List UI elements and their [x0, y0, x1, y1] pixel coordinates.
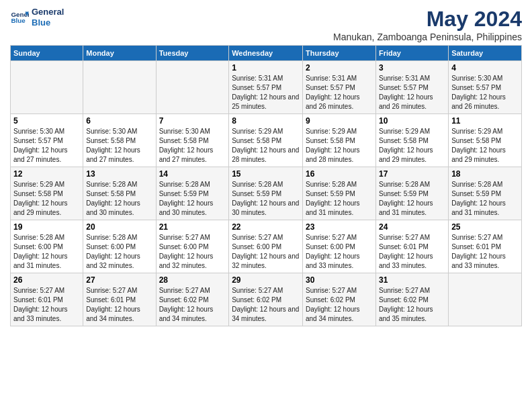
calendar-cell: 1Sunrise: 5:31 AM Sunset: 5:57 PM Daylig… — [229, 61, 303, 114]
calendar-table: SundayMondayTuesdayWednesdayThursdayFrid… — [10, 45, 522, 326]
day-number: 21 — [159, 222, 226, 232]
day-number: 26 — [13, 275, 80, 285]
calendar-cell: 6Sunrise: 5:30 AM Sunset: 5:58 PM Daylig… — [83, 114, 156, 167]
day-number: 29 — [232, 275, 300, 285]
day-info: Sunrise: 5:30 AM Sunset: 5:57 PM Dayligh… — [13, 127, 80, 165]
calendar-cell: 13Sunrise: 5:28 AM Sunset: 5:58 PM Dayli… — [83, 167, 156, 220]
calendar-cell: 23Sunrise: 5:27 AM Sunset: 6:00 PM Dayli… — [303, 220, 376, 273]
day-number: 1 — [232, 63, 300, 73]
calendar-cell: 27Sunrise: 5:27 AM Sunset: 6:01 PM Dayli… — [83, 273, 156, 326]
day-info: Sunrise: 5:29 AM Sunset: 5:58 PM Dayligh… — [379, 127, 445, 165]
day-number: 4 — [451, 63, 519, 73]
day-header-tuesday: Tuesday — [156, 46, 229, 61]
calendar-week-row: 5Sunrise: 5:30 AM Sunset: 5:57 PM Daylig… — [11, 114, 522, 167]
day-header-sunday: Sunday — [11, 46, 83, 61]
calendar-cell: 4Sunrise: 5:30 AM Sunset: 5:57 PM Daylig… — [449, 61, 522, 114]
calendar-week-row: 19Sunrise: 5:28 AM Sunset: 6:00 PM Dayli… — [11, 220, 522, 273]
calendar-week-row: 26Sunrise: 5:27 AM Sunset: 6:01 PM Dayli… — [11, 273, 522, 326]
day-info: Sunrise: 5:28 AM Sunset: 6:00 PM Dayligh… — [86, 233, 152, 271]
calendar-cell: 14Sunrise: 5:28 AM Sunset: 5:59 PM Dayli… — [156, 167, 229, 220]
day-number: 2 — [306, 63, 373, 73]
day-info: Sunrise: 5:27 AM Sunset: 6:02 PM Dayligh… — [306, 286, 373, 324]
day-number: 6 — [86, 116, 152, 126]
day-number: 10 — [379, 116, 445, 126]
day-info: Sunrise: 5:30 AM Sunset: 5:58 PM Dayligh… — [159, 127, 226, 165]
day-info: Sunrise: 5:27 AM Sunset: 6:00 PM Dayligh… — [159, 233, 226, 271]
day-info: Sunrise: 5:29 AM Sunset: 5:58 PM Dayligh… — [232, 127, 300, 165]
day-info: Sunrise: 5:29 AM Sunset: 5:58 PM Dayligh… — [451, 127, 519, 165]
subtitle: Manukan, Zamboanga Peninsula, Philippine… — [333, 32, 522, 42]
calendar-cell — [11, 61, 83, 114]
day-info: Sunrise: 5:27 AM Sunset: 6:01 PM Dayligh… — [13, 286, 80, 324]
calendar-cell: 12Sunrise: 5:29 AM Sunset: 5:58 PM Dayli… — [11, 167, 83, 220]
day-info: Sunrise: 5:27 AM Sunset: 6:01 PM Dayligh… — [379, 233, 445, 271]
calendar-cell: 21Sunrise: 5:27 AM Sunset: 6:00 PM Dayli… — [156, 220, 229, 273]
calendar-cell — [449, 273, 522, 326]
day-number: 9 — [306, 116, 373, 126]
day-number: 7 — [159, 116, 226, 126]
calendar-cell: 16Sunrise: 5:28 AM Sunset: 5:59 PM Dayli… — [303, 167, 376, 220]
day-info: Sunrise: 5:28 AM Sunset: 5:59 PM Dayligh… — [159, 180, 226, 218]
day-info: Sunrise: 5:28 AM Sunset: 5:59 PM Dayligh… — [232, 180, 300, 218]
svg-text:Blue: Blue — [11, 17, 26, 24]
day-number: 23 — [306, 222, 373, 232]
day-info: Sunrise: 5:27 AM Sunset: 6:01 PM Dayligh… — [451, 233, 519, 271]
day-info: Sunrise: 5:30 AM Sunset: 5:58 PM Dayligh… — [86, 127, 152, 165]
calendar-cell — [156, 61, 229, 114]
logo-text: General Blue — [32, 7, 64, 28]
calendar-cell: 20Sunrise: 5:28 AM Sunset: 6:00 PM Dayli… — [83, 220, 156, 273]
day-info: Sunrise: 5:27 AM Sunset: 6:02 PM Dayligh… — [159, 286, 226, 324]
day-number: 15 — [232, 169, 300, 179]
day-number: 3 — [379, 63, 445, 73]
day-info: Sunrise: 5:28 AM Sunset: 5:59 PM Dayligh… — [306, 180, 373, 218]
calendar-cell — [83, 61, 156, 114]
calendar-cell: 11Sunrise: 5:29 AM Sunset: 5:58 PM Dayli… — [449, 114, 522, 167]
main-title: May 2024 — [333, 7, 522, 32]
calendar-cell: 31Sunrise: 5:27 AM Sunset: 6:02 PM Dayli… — [375, 273, 448, 326]
day-number: 5 — [13, 116, 80, 126]
calendar-cell: 24Sunrise: 5:27 AM Sunset: 6:01 PM Dayli… — [375, 220, 448, 273]
day-info: Sunrise: 5:30 AM Sunset: 5:57 PM Dayligh… — [451, 74, 519, 111]
calendar-cell: 3Sunrise: 5:31 AM Sunset: 5:57 PM Daylig… — [375, 61, 448, 114]
calendar-cell: 8Sunrise: 5:29 AM Sunset: 5:58 PM Daylig… — [229, 114, 303, 167]
calendar-cell: 19Sunrise: 5:28 AM Sunset: 6:00 PM Dayli… — [11, 220, 83, 273]
day-header-friday: Friday — [375, 46, 448, 61]
day-info: Sunrise: 5:28 AM Sunset: 5:59 PM Dayligh… — [451, 180, 519, 218]
calendar-cell: 25Sunrise: 5:27 AM Sunset: 6:01 PM Dayli… — [449, 220, 522, 273]
day-number: 14 — [159, 169, 226, 179]
logo-icon: General Blue — [10, 8, 29, 27]
day-number: 27 — [86, 275, 152, 285]
day-number: 8 — [232, 116, 300, 126]
calendar-cell: 2Sunrise: 5:31 AM Sunset: 5:57 PM Daylig… — [303, 61, 376, 114]
day-number: 25 — [451, 222, 519, 232]
calendar-cell: 29Sunrise: 5:27 AM Sunset: 6:02 PM Dayli… — [229, 273, 303, 326]
day-info: Sunrise: 5:28 AM Sunset: 5:58 PM Dayligh… — [86, 180, 152, 218]
calendar-cell: 5Sunrise: 5:30 AM Sunset: 5:57 PM Daylig… — [11, 114, 83, 167]
day-header-wednesday: Wednesday — [229, 46, 303, 61]
calendar-cell: 22Sunrise: 5:27 AM Sunset: 6:00 PM Dayli… — [229, 220, 303, 273]
day-info: Sunrise: 5:27 AM Sunset: 6:00 PM Dayligh… — [232, 233, 300, 271]
day-number: 12 — [13, 169, 80, 179]
day-info: Sunrise: 5:27 AM Sunset: 6:02 PM Dayligh… — [379, 286, 445, 324]
day-number: 20 — [86, 222, 152, 232]
day-number: 22 — [232, 222, 300, 232]
day-number: 28 — [159, 275, 226, 285]
day-header-monday: Monday — [83, 46, 156, 61]
calendar-cell: 30Sunrise: 5:27 AM Sunset: 6:02 PM Dayli… — [303, 273, 376, 326]
title-block: May 2024 Manukan, Zamboanga Peninsula, P… — [333, 7, 522, 42]
calendar-cell: 10Sunrise: 5:29 AM Sunset: 5:58 PM Dayli… — [375, 114, 448, 167]
day-info: Sunrise: 5:28 AM Sunset: 6:00 PM Dayligh… — [13, 233, 80, 271]
logo: General Blue General Blue — [10, 7, 64, 28]
calendar-cell: 17Sunrise: 5:28 AM Sunset: 5:59 PM Dayli… — [375, 167, 448, 220]
calendar-cell: 18Sunrise: 5:28 AM Sunset: 5:59 PM Dayli… — [449, 167, 522, 220]
day-number: 13 — [86, 169, 152, 179]
day-number: 31 — [379, 275, 445, 285]
day-info: Sunrise: 5:31 AM Sunset: 5:57 PM Dayligh… — [379, 74, 445, 111]
calendar-cell: 7Sunrise: 5:30 AM Sunset: 5:58 PM Daylig… — [156, 114, 229, 167]
calendar-cell: 15Sunrise: 5:28 AM Sunset: 5:59 PM Dayli… — [229, 167, 303, 220]
day-number: 16 — [306, 169, 373, 179]
day-info: Sunrise: 5:27 AM Sunset: 6:02 PM Dayligh… — [232, 286, 300, 324]
day-info: Sunrise: 5:27 AM Sunset: 6:01 PM Dayligh… — [86, 286, 152, 324]
day-number: 19 — [13, 222, 80, 232]
day-info: Sunrise: 5:27 AM Sunset: 6:00 PM Dayligh… — [306, 233, 373, 271]
